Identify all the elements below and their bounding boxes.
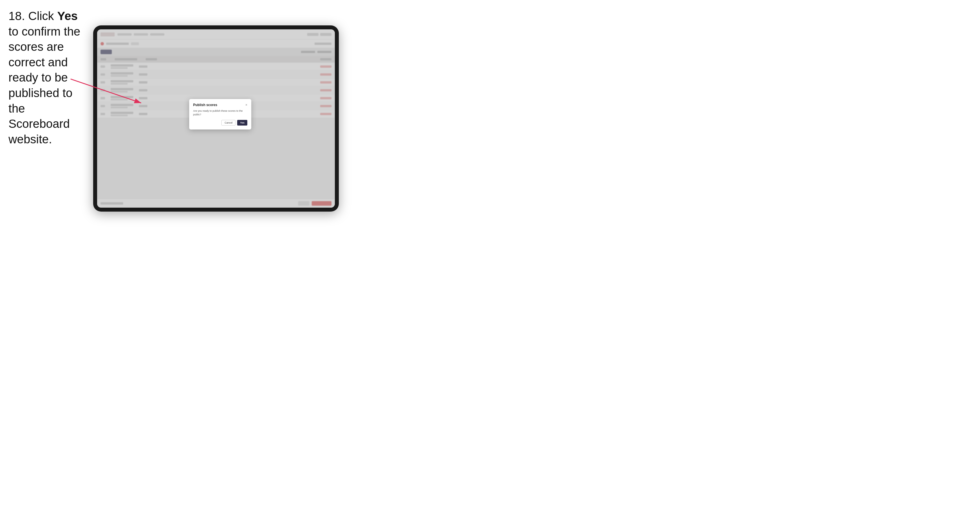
instruction-text-part2: to confirm the scores are correct and re…: [8, 25, 80, 146]
modal-overlay: Publish scores × Are you ready to publis…: [97, 29, 335, 208]
cancel-button[interactable]: Cancel: [221, 120, 235, 125]
instruction-text: 18. Click Yes to confirm the scores are …: [8, 8, 88, 147]
tablet-device: Publish scores × Are you ready to publis…: [93, 25, 339, 211]
tablet-screen: Publish scores × Are you ready to publis…: [97, 29, 335, 208]
yes-bold: Yes: [57, 9, 78, 22]
instruction-text-part1: Click: [28, 9, 57, 22]
dialog-title: Publish scores: [193, 103, 217, 107]
dialog-header: Publish scores ×: [193, 103, 247, 107]
publish-scores-dialog: Publish scores × Are you ready to publis…: [189, 99, 251, 129]
dialog-footer: Cancel Yes: [193, 120, 247, 125]
close-icon[interactable]: ×: [245, 103, 247, 106]
yes-button[interactable]: Yes: [237, 120, 247, 125]
step-number: 18.: [8, 9, 25, 22]
dialog-body: Are you ready to publish these scores to…: [193, 109, 247, 116]
